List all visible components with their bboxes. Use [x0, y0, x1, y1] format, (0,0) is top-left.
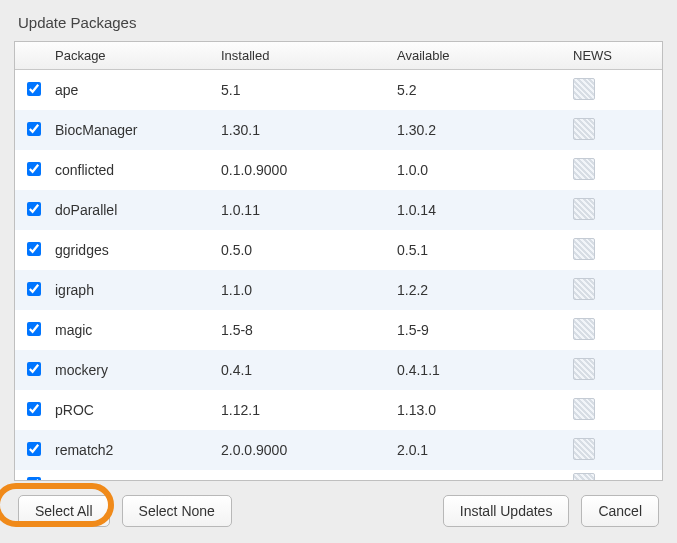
column-header-available[interactable]: Available [397, 48, 573, 63]
table-row[interactable]: doParallel1.0.111.0.14 [15, 190, 662, 230]
installed-version: 0.5.0 [221, 242, 397, 258]
installed-version: 1.30.1 [221, 122, 397, 138]
news-cell [573, 358, 662, 383]
available-version: 2.2-5.6 [397, 477, 573, 480]
row-checkbox-cell [15, 477, 53, 481]
news-icon[interactable] [573, 438, 595, 460]
row-checkbox-cell [15, 442, 53, 459]
row-checkbox-cell [15, 202, 53, 219]
package-name: rematch2 [53, 442, 221, 458]
news-cell [573, 158, 662, 183]
package-name: mockery [53, 362, 221, 378]
available-version: 1.2.2 [397, 282, 573, 298]
news-cell [573, 118, 662, 143]
installed-version: 1.1.0 [221, 282, 397, 298]
table-row[interactable]: ggridges0.5.00.5.1 [15, 230, 662, 270]
table-row[interactable]: BiocManager1.30.11.30.2 [15, 110, 662, 150]
row-checkbox-cell [15, 362, 53, 379]
news-cell [573, 238, 662, 263]
news-cell [573, 198, 662, 223]
news-icon[interactable] [573, 158, 595, 180]
table-row[interactable]: pROC1.12.11.13.0 [15, 390, 662, 430]
available-version: 1.0.14 [397, 202, 573, 218]
news-icon[interactable] [573, 78, 595, 100]
row-checkbox-cell [15, 402, 53, 419]
news-icon[interactable] [573, 318, 595, 340]
update-packages-dialog: Update Packages Package Installed Availa… [0, 0, 677, 543]
news-cell [573, 398, 662, 423]
package-name: sm [53, 477, 221, 480]
news-cell [573, 318, 662, 343]
available-version: 1.30.2 [397, 122, 573, 138]
installed-version: 2.0.0.9000 [221, 442, 397, 458]
row-checkbox[interactable] [27, 442, 41, 456]
table-row[interactable]: conflicted0.1.0.90001.0.0 [15, 150, 662, 190]
news-icon[interactable] [573, 398, 595, 420]
row-checkbox[interactable] [27, 282, 41, 296]
button-bar: Select All Select None Install Updates C… [0, 481, 677, 543]
available-version: 1.0.0 [397, 162, 573, 178]
news-icon[interactable] [573, 238, 595, 260]
installed-version: 2.2-5.5 [221, 477, 397, 480]
table-row[interactable]: ape5.15.2 [15, 70, 662, 110]
news-icon[interactable] [573, 278, 595, 300]
column-header-installed[interactable]: Installed [221, 48, 397, 63]
installed-version: 1.5-8 [221, 322, 397, 338]
row-checkbox[interactable] [27, 362, 41, 376]
news-cell [573, 473, 662, 481]
installed-version: 0.4.1 [221, 362, 397, 378]
row-checkbox-cell [15, 282, 53, 299]
row-checkbox-cell [15, 122, 53, 139]
row-checkbox-cell [15, 242, 53, 259]
select-all-button[interactable]: Select All [18, 495, 110, 527]
row-checkbox[interactable] [27, 402, 41, 416]
news-cell [573, 78, 662, 103]
row-checkbox[interactable] [27, 477, 41, 481]
row-checkbox-cell [15, 162, 53, 179]
news-cell [573, 278, 662, 303]
row-checkbox[interactable] [27, 122, 41, 136]
row-checkbox[interactable] [27, 322, 41, 336]
package-name: ggridges [53, 242, 221, 258]
row-checkbox[interactable] [27, 82, 41, 96]
table-header: Package Installed Available NEWS [15, 42, 662, 70]
table-row[interactable]: sm2.2-5.52.2-5.6 [15, 470, 662, 480]
package-name: doParallel [53, 202, 221, 218]
table-row[interactable]: mockery0.4.10.4.1.1 [15, 350, 662, 390]
row-checkbox[interactable] [27, 162, 41, 176]
cancel-button[interactable]: Cancel [581, 495, 659, 527]
package-table: Package Installed Available NEWS ape5.15… [14, 41, 663, 481]
column-header-news[interactable]: NEWS [573, 48, 662, 63]
package-name: ape [53, 82, 221, 98]
news-cell [573, 438, 662, 463]
installed-version: 0.1.0.9000 [221, 162, 397, 178]
available-version: 1.13.0 [397, 402, 573, 418]
table-row[interactable]: rematch22.0.0.90002.0.1 [15, 430, 662, 470]
row-checkbox[interactable] [27, 242, 41, 256]
news-icon[interactable] [573, 198, 595, 220]
row-checkbox-cell [15, 82, 53, 99]
installed-version: 1.0.11 [221, 202, 397, 218]
package-name: BiocManager [53, 122, 221, 138]
row-checkbox[interactable] [27, 202, 41, 216]
select-none-button[interactable]: Select None [122, 495, 232, 527]
available-version: 1.5-9 [397, 322, 573, 338]
news-icon[interactable] [573, 473, 595, 481]
table-row[interactable]: igraph1.1.01.2.2 [15, 270, 662, 310]
row-checkbox-cell [15, 322, 53, 339]
package-name: pROC [53, 402, 221, 418]
package-name: conflicted [53, 162, 221, 178]
available-version: 2.0.1 [397, 442, 573, 458]
available-version: 0.5.1 [397, 242, 573, 258]
table-body: ape5.15.2BiocManager1.30.11.30.2conflict… [15, 70, 662, 480]
column-header-package[interactable]: Package [53, 48, 221, 63]
installed-version: 5.1 [221, 82, 397, 98]
dialog-title: Update Packages [0, 0, 677, 41]
package-name: igraph [53, 282, 221, 298]
news-icon[interactable] [573, 358, 595, 380]
installed-version: 1.12.1 [221, 402, 397, 418]
news-icon[interactable] [573, 118, 595, 140]
install-updates-button[interactable]: Install Updates [443, 495, 570, 527]
package-name: magic [53, 322, 221, 338]
table-row[interactable]: magic1.5-81.5-9 [15, 310, 662, 350]
